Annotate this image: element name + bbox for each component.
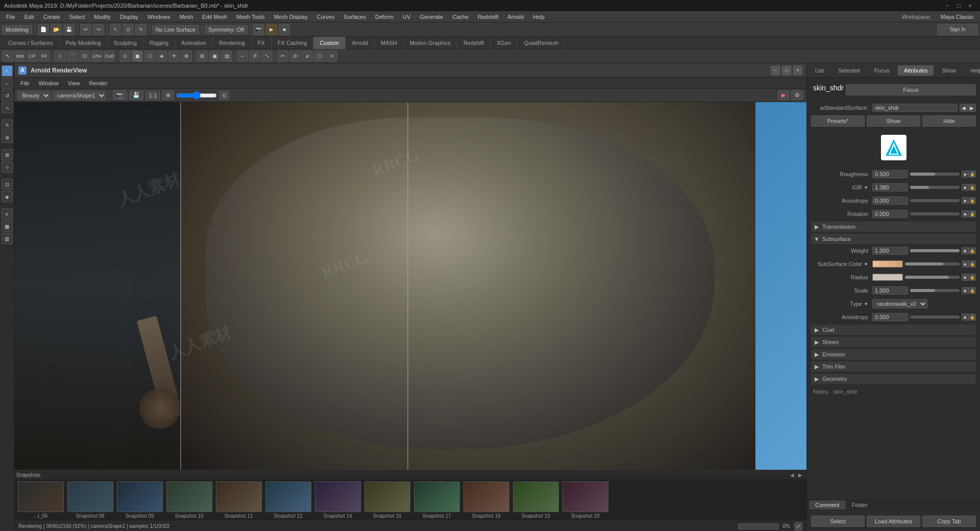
redo-btn[interactable]: ↪ — [93, 24, 104, 35]
menu-mesh-tools[interactable]: Mesh Tools — [232, 13, 268, 21]
ae-ss-scale-extra[interactable]: ■ — [962, 287, 969, 294]
panel-options-2[interactable]: ▦ — [2, 221, 13, 232]
rv-menu-render[interactable]: Render — [85, 79, 112, 87]
display-options[interactable]: ⊡ — [2, 179, 13, 190]
single-view-btn[interactable]: ▣ — [209, 51, 220, 62]
ae-ss-color-extra[interactable]: ■ — [962, 260, 969, 268]
capture-btn[interactable]: 📷 — [113, 90, 127, 100]
ae-ior-slider[interactable] — [910, 186, 960, 189]
ae-ai-std-nav-btn[interactable]: ◀ — [960, 104, 968, 112]
menu-select[interactable]: Select — [65, 13, 89, 21]
ae-coat-header[interactable]: ▶ Coat — [811, 325, 976, 335]
ae-ss-scale-input[interactable] — [872, 286, 908, 295]
snap-curve-btn[interactable]: ⌒ — [67, 51, 78, 62]
ae-tab-list[interactable]: List — [809, 65, 830, 76]
snapshot-item-08[interactable]: Snapshot 08 — [66, 481, 114, 519]
menu-windows[interactable]: Windows — [143, 13, 175, 21]
ae-roughness-input[interactable] — [872, 170, 908, 178]
tab-animation[interactable]: Animation — [175, 37, 213, 49]
ae-hide-btn[interactable]: Hide — [922, 115, 976, 127]
out-btn[interactable]: Outl — [104, 51, 115, 62]
ae-ior-input[interactable] — [872, 183, 908, 191]
ae-rotation-slider[interactable] — [910, 212, 960, 215]
ae-transmission-header[interactable]: ▶ Transmission — [811, 222, 976, 232]
texture-btn[interactable]: ⬡ — [144, 51, 155, 62]
menu-cache[interactable]: Cache — [448, 13, 473, 21]
ae-tab-selected[interactable]: Selected — [832, 65, 866, 76]
ae-select-btn[interactable]: Select — [811, 516, 865, 527]
ae-subsurface-header[interactable]: ▼ Subsurface — [811, 234, 976, 244]
tab-fx[interactable]: FX — [252, 37, 272, 49]
beauty-dropdown[interactable]: Beauty — [17, 91, 51, 100]
play-btn[interactable]: ▶ — [778, 90, 789, 100]
ae-ss-weight-input[interactable] — [872, 247, 908, 255]
ae-ss-radius-extra[interactable]: ■ — [962, 274, 969, 281]
ae-geometry-header[interactable]: ▶ Geometry — [811, 374, 976, 384]
soft-mod-tool[interactable]: ⊛ — [2, 132, 13, 143]
snapshot-item-09[interactable]: Snapshot 09 — [115, 481, 164, 519]
ae-anisotropy-slider[interactable] — [910, 199, 960, 202]
render-options[interactable]: ◈ — [2, 191, 13, 202]
rv-close-btn[interactable]: × — [793, 66, 802, 75]
multi-cut-btn[interactable]: ⊘ — [289, 51, 301, 62]
snapshot-item-11[interactable]: Snapshot 11 — [214, 481, 263, 519]
paint-tool[interactable]: ✎ — [2, 119, 13, 131]
workspace-dropdown[interactable]: Maya Classic — [937, 13, 978, 21]
ae-ss-scale-lock[interactable]: 🔒 — [969, 287, 976, 294]
hist-btn[interactable]: Hist — [14, 51, 26, 62]
quad-view-btn[interactable]: ⊞ — [197, 51, 208, 62]
extrude-btn[interactable]: ⬡ — [314, 51, 325, 62]
tab-xgen[interactable]: XGen — [491, 37, 518, 49]
scale-btn[interactable]: ⤡ — [261, 51, 273, 62]
menu-mesh-display[interactable]: Mesh Display — [270, 13, 312, 21]
ae-ai-std-nav-btn2[interactable]: ▶ — [968, 104, 976, 112]
snapshot-item-20[interactable]: Snapshot 20 — [561, 481, 609, 519]
cp-btn[interactable]: CP — [27, 51, 38, 62]
ae-emission-header[interactable]: ▶ Emission — [811, 349, 976, 359]
bevel-btn[interactable]: ⌀ — [302, 51, 313, 62]
menu-uv[interactable]: UV — [399, 13, 414, 21]
menu-file[interactable]: File — [2, 13, 19, 21]
rv-menu-window[interactable]: Window — [35, 79, 63, 87]
symmetry-btn[interactable]: Symmetry: Off — [205, 25, 248, 34]
ae-ss-color-slider[interactable] — [905, 262, 960, 266]
ae-roughness-slider[interactable] — [910, 173, 960, 176]
ae-ior-lock-btn[interactable]: 🔒 — [969, 184, 976, 191]
select-all-btn[interactable]: ↖ — [2, 51, 13, 62]
lighting-btn[interactable]: ◈ — [156, 51, 167, 62]
ae-ss-weight-extra[interactable]: ■ — [962, 247, 969, 254]
ae-rotation-extra-btn[interactable]: ■ — [962, 210, 969, 218]
rv-menu-file[interactable]: File — [16, 79, 34, 87]
snapshot-item-06[interactable]: ...t_06 — [16, 481, 65, 519]
ae-copy-tab-btn[interactable]: Copy Tab — [922, 516, 976, 527]
ae-ss-weight-slider[interactable] — [910, 249, 960, 252]
paint-btn[interactable]: ✎ — [135, 24, 146, 35]
ae-presets-btn[interactable]: Presets* — [811, 115, 865, 127]
ae-ai-std-input[interactable] — [872, 104, 958, 112]
tab-custom[interactable]: Custom — [313, 37, 346, 49]
wireframe-btn[interactable]: ⊙ — [119, 51, 131, 62]
ae-ss-anisotropy-input[interactable] — [872, 313, 908, 321]
stop-btn[interactable]: ■ — [279, 24, 290, 35]
lasso-btn[interactable]: ⊙ — [122, 24, 134, 35]
ff-btn[interactable]: FF — [39, 51, 50, 62]
menu-help[interactable]: Help — [529, 13, 549, 21]
rotate-btn[interactable]: ↺ — [249, 51, 260, 62]
snapshot-item-17[interactable]: Snapshot 17 — [412, 481, 461, 519]
menu-create[interactable]: Create — [39, 13, 64, 21]
soft-sel-btn[interactable]: ⊕ — [181, 51, 192, 62]
snap-to-tool[interactable]: ⊹ — [2, 161, 13, 173]
ae-ss-anisotropy-lock[interactable]: 🔒 — [969, 313, 976, 321]
ratio-btn[interactable]: 1:1 — [145, 91, 160, 100]
snap-surface-btn[interactable]: ⊡ — [79, 51, 90, 62]
scale-tool[interactable]: ⤡ — [2, 102, 13, 113]
move-tool[interactable]: ↔ — [2, 78, 13, 89]
ae-rotation-lock-btn[interactable]: 🔒 — [969, 210, 976, 218]
maximize-btn[interactable]: □ — [953, 3, 965, 9]
menu-mesh[interactable]: Mesh — [175, 13, 197, 21]
ae-focus-btn[interactable]: Focus — [846, 84, 976, 95]
ae-tab-help[interactable]: Help — [964, 65, 980, 76]
scroll-right-btn[interactable]: ▶ — [796, 472, 804, 478]
expand-btn[interactable]: ⤢ — [794, 522, 802, 530]
cut-btn[interactable]: ✂ — [277, 51, 288, 62]
